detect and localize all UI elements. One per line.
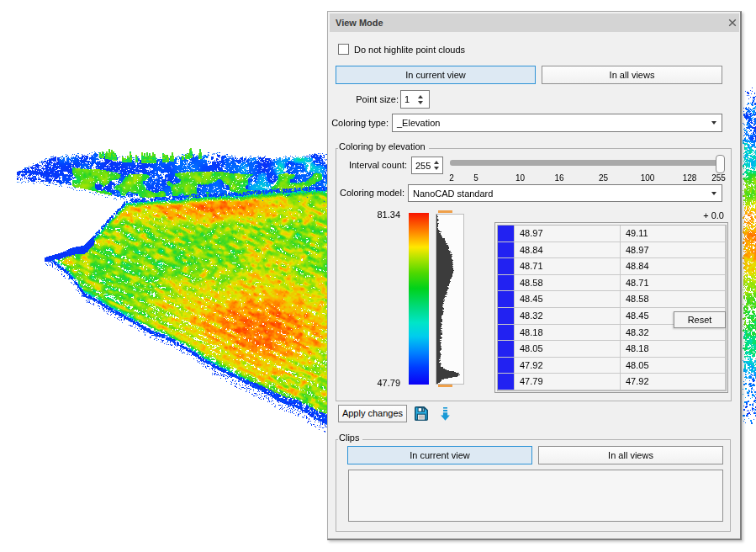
table-row[interactable]: 48.5848.71 [498, 275, 726, 292]
interval-from-cell[interactable]: 48.32 [515, 308, 621, 324]
spin-down-icon[interactable] [434, 167, 439, 170]
elevation-color-gradient[interactable] [409, 213, 429, 385]
slider-tick-label: 2 [449, 173, 454, 183]
interval-from-cell[interactable]: 48.45 [515, 291, 621, 307]
reset-button[interactable]: Reset [674, 311, 726, 328]
clips-list[interactable] [348, 470, 723, 522]
interval-from-cell[interactable]: 48.58 [515, 275, 621, 291]
point-size-value: 1 [404, 91, 410, 108]
combo-arrow-icon[interactable] [711, 192, 716, 195]
table-row[interactable]: 48.7148.84 [498, 258, 726, 275]
coloring-model-label: Coloring model: [328, 184, 404, 202]
apply-changes-button[interactable]: Apply changes [338, 405, 407, 422]
interval-to-cell[interactable]: 48.18 [621, 341, 726, 357]
row-color-swatch[interactable] [498, 258, 515, 274]
spin-up-icon[interactable] [434, 161, 439, 164]
row-color-swatch[interactable] [498, 358, 515, 374]
interval-from-cell[interactable]: 48.18 [515, 325, 621, 341]
interval-to-cell[interactable]: 49.11 [621, 226, 726, 242]
slider-tick-label: 25 [599, 173, 608, 183]
row-color-swatch[interactable] [498, 308, 515, 324]
table-row[interactable]: 48.0548.18 [498, 341, 726, 358]
table-row[interactable]: 47.7947.92 [498, 374, 726, 390]
interval-to-cell[interactable]: 47.92 [621, 374, 726, 390]
spin-down-icon[interactable] [418, 101, 423, 104]
scale-offset-label: + 0.0 [657, 210, 724, 221]
histogram-canvas [436, 215, 463, 384]
elevation-group-title: Coloring by elevation [338, 141, 429, 152]
row-color-swatch[interactable] [498, 226, 515, 242]
interval-slider-thumb[interactable] [716, 155, 725, 173]
coloring-model-combo[interactable]: NanoCAD standard [408, 184, 722, 202]
interval-from-cell[interactable]: 48.84 [515, 242, 621, 258]
in-all-views-button[interactable]: In all views [542, 66, 722, 84]
row-color-swatch[interactable] [498, 275, 515, 291]
clips-in-all-views-button[interactable]: In all views [538, 446, 723, 464]
slider-tick-label: 100 [641, 173, 655, 183]
interval-slider-track[interactable] [450, 160, 724, 166]
row-color-swatch[interactable] [498, 341, 515, 357]
combo-arrow-icon[interactable] [711, 121, 716, 125]
coloring-type-label: Coloring type: [328, 114, 389, 132]
slider-tick-label: 255 [711, 173, 726, 183]
download-arrow-icon[interactable] [441, 407, 450, 421]
row-color-swatch[interactable] [498, 325, 515, 341]
table-row[interactable]: 48.8448.97 [498, 242, 726, 259]
row-color-swatch[interactable] [498, 291, 515, 307]
scale-max-label: 81.34 [333, 210, 400, 220]
point-size-label: Point size: [328, 90, 399, 109]
coloring-type-combo[interactable]: _Elevation [392, 114, 722, 132]
interval-count-label: Interval count: [328, 157, 407, 174]
coloring-model-value: NanoCAD standard [413, 185, 493, 201]
dialog-title: View Mode [336, 13, 383, 32]
highlight-checkbox[interactable] [338, 44, 349, 55]
interval-from-cell[interactable]: 47.92 [515, 358, 621, 374]
close-icon[interactable] [726, 16, 739, 29]
point-size-spinner[interactable]: 1 [400, 90, 430, 109]
interval-to-cell[interactable]: 48.84 [621, 258, 726, 274]
interval-count-spinner[interactable]: 255 [411, 157, 443, 174]
interval-to-cell[interactable]: 48.97 [621, 242, 726, 258]
interval-from-cell[interactable]: 48.97 [515, 226, 621, 242]
interval-table-rows: 48.9749.1148.8448.9748.7148.8448.5848.71… [497, 225, 727, 391]
spin-up-icon[interactable] [418, 95, 423, 98]
interval-to-cell[interactable]: 48.05 [621, 358, 726, 374]
view-mode-dialog: View Mode Do not highlite point clouds I… [327, 11, 742, 540]
table-row[interactable]: 48.4548.58 [498, 291, 726, 308]
table-row[interactable]: 47.9248.05 [498, 358, 726, 374]
range-handle-top[interactable] [438, 210, 452, 213]
slider-tick-label: 16 [554, 173, 563, 183]
row-color-swatch[interactable] [498, 374, 515, 390]
interval-from-cell[interactable]: 48.71 [515, 258, 621, 274]
clips-group-title: Clips [338, 433, 362, 443]
slider-tick-label: 128 [683, 173, 697, 183]
interval-from-cell[interactable]: 47.79 [515, 374, 621, 390]
coloring-type-value: _Elevation [397, 114, 440, 131]
highlight-checkbox-label: Do not highlite point clouds [354, 44, 465, 56]
row-color-swatch[interactable] [498, 242, 515, 258]
interval-table: 48.9749.1148.8448.9748.7148.8448.5848.71… [494, 222, 728, 393]
interval-from-cell[interactable]: 48.05 [515, 341, 621, 357]
dialog-titlebar[interactable]: View Mode [330, 13, 739, 32]
scale-min-label: 47.79 [333, 378, 400, 389]
interval-count-value: 255 [415, 157, 431, 173]
clips-in-current-view-button[interactable]: In current view [347, 446, 532, 464]
slider-tick-label: 5 [473, 173, 478, 183]
table-row[interactable]: 48.9749.11 [498, 226, 726, 242]
in-current-view-button[interactable]: In current view [336, 66, 536, 84]
range-handle-bottom[interactable] [438, 385, 452, 387]
interval-to-cell[interactable]: 48.71 [621, 275, 726, 291]
histogram-panel [436, 214, 464, 385]
interval-to-cell[interactable]: 48.58 [621, 291, 726, 307]
save-icon[interactable] [415, 406, 428, 421]
slider-tick-label: 10 [515, 173, 525, 183]
